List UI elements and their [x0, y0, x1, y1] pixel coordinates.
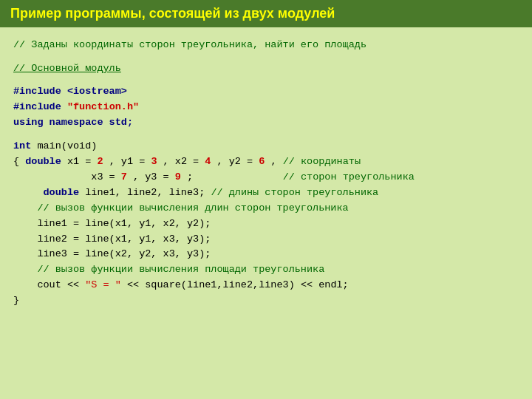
brace-open: { — [13, 156, 25, 167]
num-7: 7 — [121, 171, 127, 183]
line-include1: #include <iostream> — [13, 84, 519, 100]
line-line3: line3 = line(x2, y2, x3, y3); — [13, 247, 519, 262]
title-bar: Пример программы, состоящей из двух моду… — [0, 0, 532, 27]
line-2: // Основной модуль — [13, 61, 519, 77]
line-comment-call2: // вызов функции вычисления площади треу… — [13, 262, 519, 278]
comment-lengths: // длины сторон треугольника — [211, 187, 378, 198]
code-x2: , x2 = — [163, 156, 205, 167]
code-lines: line1, line2, line3; — [85, 187, 211, 198]
line-line1: line1 = line(x1, y1, x2, y2); — [13, 216, 519, 232]
line-cout: cout << "S = " << square(line1,line2,lin… — [13, 278, 519, 293]
blank-1 — [13, 53, 519, 61]
string-s: "S = " — [85, 279, 121, 290]
code-y3: , y3 = — [133, 171, 175, 183]
comment-call1: // вызов функции вычисления длин сторон … — [13, 202, 349, 214]
directive-1: #include <iostream> — [13, 86, 127, 97]
line-comment-call1: // вызов функции вычисления длин сторон … — [13, 201, 519, 216]
line-closing-brace: } — [13, 293, 519, 309]
indent-double — [13, 187, 37, 198]
line-main: int main(void) — [13, 139, 519, 154]
code-comma: , — [270, 156, 282, 167]
main-sig: main(void) — [31, 140, 97, 151]
line-double2: double line1, line2, line3; // длины сто… — [13, 185, 519, 201]
num-2: 2 — [97, 156, 103, 167]
code-semi: ; — [187, 171, 277, 183]
code-line2: line2 = line(x1, y1, x3, y3); — [13, 233, 211, 245]
code-cout: cout << — [13, 279, 85, 290]
num-6: 6 — [259, 156, 265, 167]
slide-title: Пример программы, состоящей из двух моду… — [10, 6, 335, 21]
num-9: 9 — [175, 171, 181, 183]
code-y1: , y1 = — [109, 156, 151, 167]
num-4: 4 — [205, 156, 211, 167]
comment-call2: // вызов функции вычисления площади треу… — [13, 264, 324, 275]
blank-2 — [13, 77, 519, 85]
code-sq: << square(line1,line2,line3) << endl; — [127, 279, 349, 290]
line-include2: #include "function.h" — [13, 100, 519, 115]
line-x3: x3 = 7 , y3 = 9 ; // сторон треугольника — [13, 170, 519, 185]
code-line3: line3 = line(x2, y2, x3, y3); — [13, 248, 211, 259]
comment-1: // Заданы координаты сторон треугольника… — [13, 39, 366, 50]
code-line1: line1 = line(x1, y1, x2, y2); — [13, 218, 211, 229]
keyword-double2: double — [44, 187, 80, 198]
indent-x3: x3 = — [13, 171, 121, 183]
line-brace: { double x1 = 2 , y1 = 3 , x2 = 4 , y2 =… — [13, 154, 519, 170]
comment-coords: // координаты — [283, 156, 361, 167]
line-line2: line2 = line(x1, y1, x3, y3); — [13, 232, 519, 248]
keyword-using: using namespace std; — [13, 117, 133, 128]
keyword-double1: double — [25, 156, 61, 167]
comment-2: // Основной модуль — [13, 63, 121, 74]
line-using: using namespace std; — [13, 115, 519, 131]
code-x1: x1 = — [67, 156, 98, 167]
line-1: // Заданы координаты сторон треугольника… — [13, 38, 519, 53]
slide-container: Пример программы, состоящей из двух моду… — [0, 0, 532, 399]
code-area: // Заданы координаты сторон треугольника… — [0, 27, 532, 319]
comment-sides: // сторон треугольника — [283, 171, 415, 183]
code-y2: , y2 = — [217, 156, 259, 167]
num-3: 3 — [151, 156, 157, 167]
blank-3 — [13, 131, 519, 139]
directive-2: #include "function.h" — [13, 101, 139, 112]
brace-close: } — [13, 295, 19, 306]
keyword-int: int — [13, 140, 31, 151]
